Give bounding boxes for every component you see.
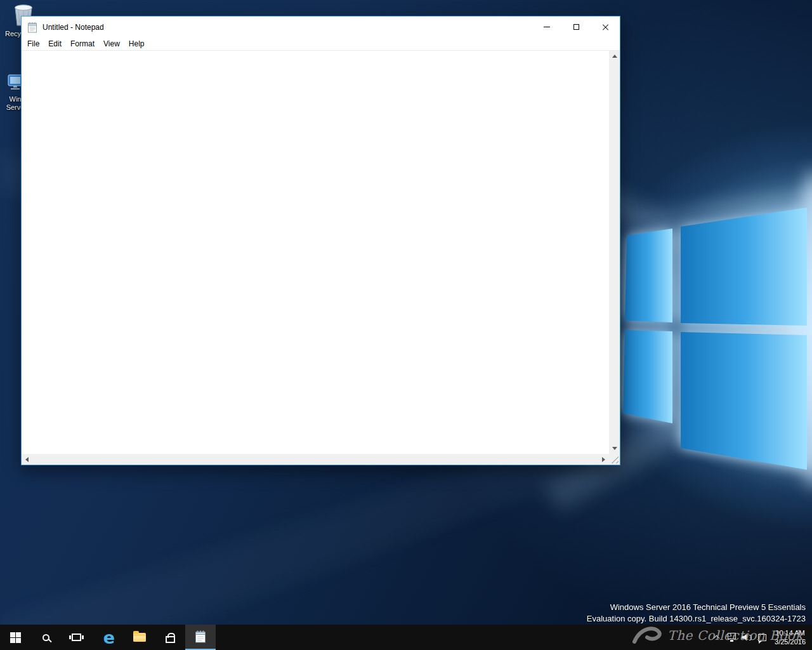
volume-icon bbox=[742, 633, 752, 641]
close-button[interactable] bbox=[591, 17, 620, 37]
scroll-right-icon bbox=[602, 457, 605, 462]
scroll-up-button[interactable] bbox=[609, 51, 620, 62]
tray-date: 3/25/2016 bbox=[775, 637, 806, 646]
caption-buttons bbox=[532, 17, 620, 37]
taskbar-clock[interactable]: 10:14 AM 3/25/2016 bbox=[769, 628, 812, 646]
search-button[interactable] bbox=[30, 625, 61, 650]
menu-help[interactable]: Help bbox=[124, 38, 149, 50]
start-button[interactable] bbox=[0, 625, 30, 650]
minimize-button[interactable] bbox=[532, 17, 561, 37]
store-button[interactable] bbox=[155, 625, 185, 650]
notepad-taskbar-button[interactable] bbox=[185, 625, 216, 650]
store-icon bbox=[166, 636, 175, 643]
notepad-titlebar[interactable]: Untitled - Notepad bbox=[22, 17, 620, 37]
taskbar-buttons: e bbox=[0, 625, 216, 650]
edge-button[interactable]: e bbox=[94, 625, 124, 650]
notepad-client-area bbox=[22, 50, 620, 465]
notepad-app-icon bbox=[27, 21, 39, 34]
scroll-right-button[interactable] bbox=[598, 454, 609, 465]
task-view-icon bbox=[72, 633, 81, 641]
horizontal-scrollbar[interactable] bbox=[22, 454, 609, 465]
action-center-button[interactable] bbox=[754, 625, 769, 650]
volume-button[interactable] bbox=[739, 625, 754, 650]
scroll-down-button[interactable] bbox=[609, 443, 620, 454]
file-explorer-icon bbox=[133, 633, 146, 642]
edge-icon: e bbox=[103, 629, 115, 646]
close-icon bbox=[602, 23, 609, 30]
chevron-up-icon bbox=[713, 635, 719, 642]
file-explorer-button[interactable] bbox=[124, 625, 155, 650]
action-center-icon bbox=[758, 634, 766, 641]
network-button[interactable] bbox=[724, 625, 739, 650]
evaluation-watermark-line2: Evaluation copy. Build 14300.rs1_release… bbox=[587, 613, 806, 625]
notepad-menubar: File Edit Format View Help bbox=[22, 37, 620, 50]
evaluation-watermark: Windows Server 2016 Technical Preview 5 … bbox=[587, 602, 806, 625]
menu-edit[interactable]: Edit bbox=[44, 38, 66, 50]
evaluation-watermark-line1: Windows Server 2016 Technical Preview 5 … bbox=[587, 602, 806, 613]
resize-grip[interactable] bbox=[609, 454, 620, 465]
system-tray: 10:14 AM 3/25/2016 bbox=[709, 625, 812, 650]
taskbar: e bbox=[0, 625, 812, 650]
network-icon bbox=[728, 633, 736, 639]
window-title: Untitled - Notepad bbox=[43, 23, 104, 32]
search-icon bbox=[43, 634, 49, 641]
scroll-down-icon bbox=[612, 447, 617, 450]
tray-time: 10:14 AM bbox=[775, 628, 806, 637]
desktop: Recycle Bin Win Serve Windows Server 201… bbox=[0, 0, 812, 650]
task-view-button[interactable] bbox=[61, 625, 91, 650]
minimize-icon bbox=[544, 27, 550, 27]
notepad-text-area[interactable] bbox=[22, 51, 609, 454]
maximize-button[interactable] bbox=[561, 17, 591, 37]
scroll-up-icon bbox=[612, 55, 617, 58]
notepad-taskbar-icon bbox=[194, 630, 207, 644]
scroll-left-button[interactable] bbox=[22, 454, 32, 465]
show-hidden-icons-button[interactable] bbox=[709, 625, 724, 650]
maximize-icon bbox=[573, 24, 579, 30]
menu-view[interactable]: View bbox=[99, 38, 124, 50]
scroll-left-icon bbox=[25, 457, 29, 462]
vertical-scrollbar[interactable] bbox=[609, 51, 620, 454]
notepad-window: Untitled - Notepad File Edit Format View… bbox=[21, 16, 620, 465]
menu-file[interactable]: File bbox=[23, 38, 44, 50]
menu-format[interactable]: Format bbox=[66, 38, 99, 50]
windows-logo-icon bbox=[10, 632, 21, 643]
